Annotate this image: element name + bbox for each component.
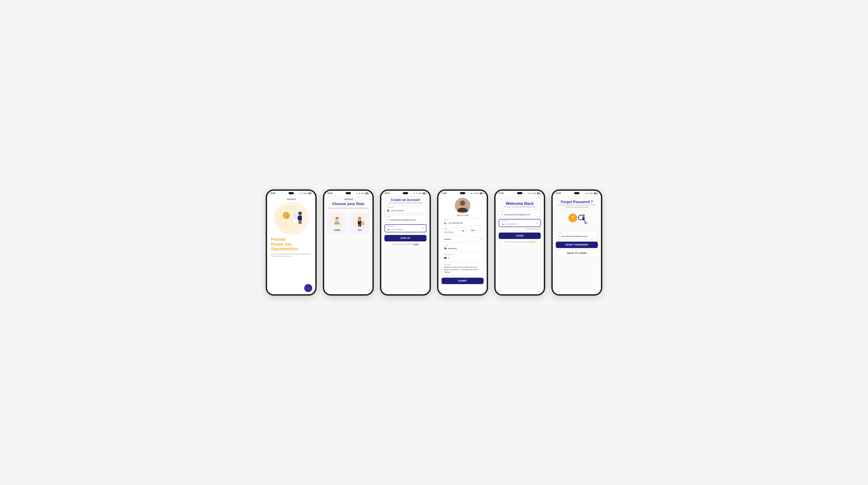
phones-container: 13:58 ▲▼●●●▐▐■ JobSpot 🔍 — [266, 189, 602, 296]
forgot-content: Forgot Password ? To reset your password… — [553, 196, 601, 294]
status-bar-2: 10:48 ▲▼●●●▐▐■ — [324, 191, 372, 196]
login-password-label: Password — [501, 220, 508, 222]
user-icon: 👤 — [387, 209, 390, 212]
notch-4 — [460, 192, 465, 194]
tpo-illustration: IT — [353, 215, 366, 228]
gender-field[interactable]: Male ▼ — [468, 227, 484, 233]
login-subtext: Let's Login. Fill in your details to app… — [504, 206, 536, 207]
status-bar-3: 15:39 ▲▼●●●▐▐■ — [381, 191, 430, 196]
status-icons-1: ▲▼●●●▐▐■ — [299, 192, 312, 194]
username-field[interactable]: 👤 Username Aman Sharma — [384, 206, 427, 213]
email-value: amansharma123@gmail.com — [390, 219, 416, 221]
svg-rect-12 — [298, 216, 299, 220]
time-6: 09:48 — [556, 192, 561, 194]
email-field[interactable]: ✉ Email amansharma123@gmail.com — [384, 215, 427, 223]
biography-field[interactable]: Biography Placement Officer with an MBA … — [441, 262, 484, 275]
signup-subtext: Let's Signup. Fill in your details to ap… — [384, 202, 427, 203]
lock-icon: 🔒 — [387, 228, 390, 231]
status-bar-5: 11:56 ▲▼●●●▐▐■ — [496, 191, 544, 196]
brand-1: JobSpot — [287, 198, 296, 200]
mobile-value: +91 9852364752 — [448, 222, 481, 224]
password-value: •••••••••••• — [391, 228, 424, 231]
login-email-icon: ✉ — [501, 213, 503, 216]
notch-2 — [346, 192, 351, 194]
svg-text:IT: IT — [362, 223, 363, 225]
time-5: 11:56 — [499, 192, 504, 194]
stream-field[interactable]: 🎓 Stream Marketing — [441, 244, 484, 251]
dob-field[interactable]: DOB 1971-03-06 📅 — [441, 227, 467, 235]
experience-icon: 💼 — [444, 256, 446, 259]
phone-login: 11:56 ▲▼●●●▐▐■ Welcome Back Let's Login.… — [494, 189, 545, 296]
login-heading: Welcome Back — [506, 201, 534, 206]
profile-avatar[interactable] — [455, 198, 470, 213]
svg-point-30 — [460, 200, 465, 206]
forgot-illustration: ? — [566, 211, 588, 229]
login-password-value: •••••••••••• — [505, 223, 538, 225]
phone-signup: 15:39 ▲▼●●●▐▐■ Create an Account Let's S… — [380, 189, 431, 296]
status-icons-3: ▲▼●●●▐▐■ — [413, 192, 427, 194]
forgot-email-field[interactable]: ✉ Email amansharma123@gmail.com — [556, 231, 598, 239]
chevron-icon: ▼ — [479, 229, 481, 231]
signup-heading: Create an Account — [384, 198, 427, 201]
splash-illustration: 🔍 — [274, 202, 309, 235]
upload-label: Upload Profile — [456, 214, 469, 216]
notch-1 — [288, 192, 294, 194]
svg-rect-22 — [358, 220, 361, 225]
login-link-anchor[interactable]: Login — [413, 243, 418, 245]
login-link: Already have an account? Login — [384, 243, 427, 245]
time-4: 11:56 — [441, 192, 446, 194]
qualification-value: Masters — [444, 238, 451, 240]
status-icons-2: ▲▼●●●▐▐■ — [356, 192, 369, 194]
svg-rect-10 — [299, 220, 300, 224]
login-button[interactable]: LOGIN — [499, 232, 541, 239]
login-lock-icon: 🔒 — [501, 223, 504, 225]
status-bar-1: 13:58 ▲▼●●●▐▐■ — [267, 191, 315, 196]
experience-value: 6 — [448, 257, 449, 259]
splash-svg: 🔍 — [276, 204, 307, 233]
status-bar-4: 11:56 ▲▼●●●▐▐■ — [438, 191, 487, 196]
svg-rect-28 — [360, 225, 361, 227]
experience-label: Experience — [444, 254, 452, 255]
phone-icon: 📞 — [444, 222, 446, 224]
status-icons-6: ▲▼●●●▐▐■ — [585, 192, 598, 194]
role-subtext: To help the students to be life ready, n… — [328, 207, 369, 209]
svg-text:?: ? — [571, 216, 574, 220]
login-email-label: Email — [501, 211, 505, 212]
role-admin[interactable]: ADMIN — [327, 213, 347, 233]
email-label: Email — [387, 216, 391, 218]
dob-value: 1971-03-06 — [444, 231, 461, 233]
forgot-email-icon: ✉ — [558, 235, 560, 237]
brand-2: JobSpot — [344, 198, 353, 200]
qualification-field[interactable]: Masters ▼ — [441, 236, 484, 242]
mobile-field[interactable]: 📞 Mobile +91 9852364752 — [441, 218, 484, 226]
password-field[interactable]: 🔒 Password •••••••••••• 👁 — [384, 224, 427, 232]
status-icons-5: ▲▼●●●▐▐■ — [528, 192, 541, 194]
status-icons-4: ▲▼●●●▐▐■ — [470, 192, 484, 194]
login-eye-icon[interactable]: 👁 — [536, 222, 538, 224]
no-account-text: You don't have an account yet? Sign up — [499, 241, 541, 243]
role-content: JobSpot Choose your Role To help the stu… — [324, 196, 372, 294]
qual-chevron-icon: ▼ — [479, 238, 481, 240]
username-value: Aman Sharma — [391, 209, 404, 212]
username-label: Username — [387, 207, 394, 208]
next-button[interactable]: → — [304, 284, 312, 292]
signup-link[interactable]: Sign up — [529, 241, 535, 243]
submit-button[interactable]: SUBMIT — [441, 278, 484, 284]
notch-6 — [574, 192, 580, 194]
signup-button[interactable]: SIGN UP — [384, 235, 427, 241]
role-tpo[interactable]: IT TPO — [350, 213, 370, 233]
splash-heading: Provide Dream Job Opportunities! — [271, 237, 311, 252]
time-2: 10:48 — [327, 192, 332, 194]
login-email-field[interactable]: ✉ Email amansharma123@gmail.com — [499, 210, 541, 217]
admin-illustration — [331, 215, 343, 228]
time-3: 15:39 — [384, 192, 390, 194]
experience-field[interactable]: 💼 Experience 6 — [441, 253, 484, 260]
avatar-svg — [455, 198, 470, 213]
back-to-login-button[interactable]: BACK TO LOGIN — [556, 250, 598, 257]
login-password-field[interactable]: 🔒 Password •••••••••••• 👁 — [499, 219, 541, 227]
reset-password-button[interactable]: RESET PASSWORD — [556, 241, 598, 248]
dob-label: DOB — [444, 228, 447, 230]
eye-icon[interactable]: 👁 — [422, 227, 424, 230]
status-bar-6: 09:48 ▲▼●●●▐▐■ — [553, 191, 601, 196]
forgot-password-link[interactable]: Forgot Password ? — [499, 228, 541, 230]
